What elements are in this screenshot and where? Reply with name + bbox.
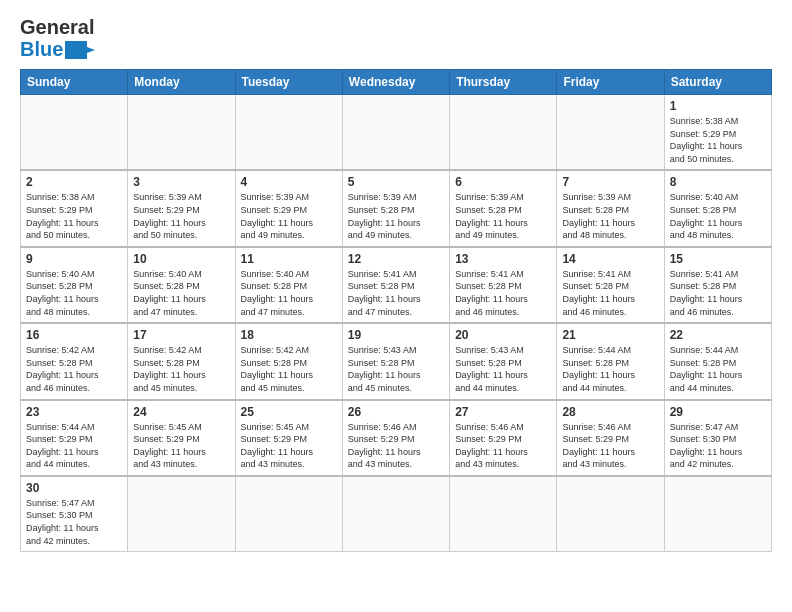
day-info: Sunrise: 5:40 AM Sunset: 5:28 PM Dayligh…: [670, 191, 766, 241]
calendar-day-cell: 8Sunrise: 5:40 AM Sunset: 5:28 PM Daylig…: [664, 170, 771, 246]
day-number: 28: [562, 405, 658, 419]
calendar-day-cell: 16Sunrise: 5:42 AM Sunset: 5:28 PM Dayli…: [21, 323, 128, 399]
calendar-day-cell: [342, 476, 449, 552]
day-info: Sunrise: 5:39 AM Sunset: 5:28 PM Dayligh…: [562, 191, 658, 241]
day-number: 18: [241, 328, 337, 342]
calendar-day-cell: 21Sunrise: 5:44 AM Sunset: 5:28 PM Dayli…: [557, 323, 664, 399]
calendar-day-cell: 17Sunrise: 5:42 AM Sunset: 5:28 PM Dayli…: [128, 323, 235, 399]
calendar-day-cell: 5Sunrise: 5:39 AM Sunset: 5:28 PM Daylig…: [342, 170, 449, 246]
calendar-day-cell: 4Sunrise: 5:39 AM Sunset: 5:29 PM Daylig…: [235, 170, 342, 246]
calendar-day-cell: 30Sunrise: 5:47 AM Sunset: 5:30 PM Dayli…: [21, 476, 128, 552]
calendar-day-cell: 10Sunrise: 5:40 AM Sunset: 5:28 PM Dayli…: [128, 247, 235, 323]
calendar-day-cell: 3Sunrise: 5:39 AM Sunset: 5:29 PM Daylig…: [128, 170, 235, 246]
weekday-header-sunday: Sunday: [21, 70, 128, 95]
day-number: 24: [133, 405, 229, 419]
day-number: 16: [26, 328, 122, 342]
day-info: Sunrise: 5:45 AM Sunset: 5:29 PM Dayligh…: [241, 421, 337, 471]
calendar-day-cell: 29Sunrise: 5:47 AM Sunset: 5:30 PM Dayli…: [664, 400, 771, 476]
day-info: Sunrise: 5:44 AM Sunset: 5:28 PM Dayligh…: [670, 344, 766, 394]
weekday-header-thursday: Thursday: [450, 70, 557, 95]
day-number: 5: [348, 175, 444, 189]
day-info: Sunrise: 5:41 AM Sunset: 5:28 PM Dayligh…: [455, 268, 551, 318]
day-number: 3: [133, 175, 229, 189]
calendar-week-row: 2Sunrise: 5:38 AM Sunset: 5:29 PM Daylig…: [21, 170, 772, 246]
day-number: 6: [455, 175, 551, 189]
day-info: Sunrise: 5:40 AM Sunset: 5:28 PM Dayligh…: [26, 268, 122, 318]
calendar-week-row: 30Sunrise: 5:47 AM Sunset: 5:30 PM Dayli…: [21, 476, 772, 552]
calendar-day-cell: [235, 95, 342, 171]
calendar-day-cell: 2Sunrise: 5:38 AM Sunset: 5:29 PM Daylig…: [21, 170, 128, 246]
day-number: 20: [455, 328, 551, 342]
day-info: Sunrise: 5:39 AM Sunset: 5:29 PM Dayligh…: [241, 191, 337, 241]
day-info: Sunrise: 5:44 AM Sunset: 5:29 PM Dayligh…: [26, 421, 122, 471]
day-number: 25: [241, 405, 337, 419]
day-info: Sunrise: 5:41 AM Sunset: 5:28 PM Dayligh…: [348, 268, 444, 318]
calendar-day-cell: 18Sunrise: 5:42 AM Sunset: 5:28 PM Dayli…: [235, 323, 342, 399]
day-info: Sunrise: 5:44 AM Sunset: 5:28 PM Dayligh…: [562, 344, 658, 394]
calendar-week-row: 23Sunrise: 5:44 AM Sunset: 5:29 PM Dayli…: [21, 400, 772, 476]
day-number: 1: [670, 99, 766, 113]
day-number: 11: [241, 252, 337, 266]
day-info: Sunrise: 5:39 AM Sunset: 5:29 PM Dayligh…: [133, 191, 229, 241]
day-info: Sunrise: 5:38 AM Sunset: 5:29 PM Dayligh…: [26, 191, 122, 241]
calendar-day-cell: 13Sunrise: 5:41 AM Sunset: 5:28 PM Dayli…: [450, 247, 557, 323]
day-info: Sunrise: 5:39 AM Sunset: 5:28 PM Dayligh…: [455, 191, 551, 241]
weekday-header-row: SundayMondayTuesdayWednesdayThursdayFrid…: [21, 70, 772, 95]
day-number: 12: [348, 252, 444, 266]
calendar-day-cell: 25Sunrise: 5:45 AM Sunset: 5:29 PM Dayli…: [235, 400, 342, 476]
day-info: Sunrise: 5:46 AM Sunset: 5:29 PM Dayligh…: [562, 421, 658, 471]
calendar-day-cell: 15Sunrise: 5:41 AM Sunset: 5:28 PM Dayli…: [664, 247, 771, 323]
calendar-day-cell: 22Sunrise: 5:44 AM Sunset: 5:28 PM Dayli…: [664, 323, 771, 399]
calendar-day-cell: 20Sunrise: 5:43 AM Sunset: 5:28 PM Dayli…: [450, 323, 557, 399]
day-number: 10: [133, 252, 229, 266]
logo-triangle-icon: [65, 39, 95, 61]
logo-blue-text: Blue: [20, 38, 63, 61]
calendar-day-cell: [557, 95, 664, 171]
calendar-week-row: 1Sunrise: 5:38 AM Sunset: 5:29 PM Daylig…: [21, 95, 772, 171]
weekday-header-friday: Friday: [557, 70, 664, 95]
calendar-day-cell: [342, 95, 449, 171]
day-info: Sunrise: 5:41 AM Sunset: 5:28 PM Dayligh…: [562, 268, 658, 318]
day-info: Sunrise: 5:42 AM Sunset: 5:28 PM Dayligh…: [26, 344, 122, 394]
calendar-day-cell: 23Sunrise: 5:44 AM Sunset: 5:29 PM Dayli…: [21, 400, 128, 476]
day-number: 21: [562, 328, 658, 342]
day-number: 29: [670, 405, 766, 419]
calendar-week-row: 16Sunrise: 5:42 AM Sunset: 5:28 PM Dayli…: [21, 323, 772, 399]
calendar-day-cell: [128, 476, 235, 552]
day-number: 30: [26, 481, 122, 495]
page-header: General Blue: [20, 16, 772, 61]
calendar-day-cell: [450, 95, 557, 171]
day-number: 2: [26, 175, 122, 189]
calendar-day-cell: [128, 95, 235, 171]
day-info: Sunrise: 5:41 AM Sunset: 5:28 PM Dayligh…: [670, 268, 766, 318]
day-info: Sunrise: 5:43 AM Sunset: 5:28 PM Dayligh…: [455, 344, 551, 394]
day-number: 8: [670, 175, 766, 189]
day-number: 27: [455, 405, 551, 419]
calendar-day-cell: 19Sunrise: 5:43 AM Sunset: 5:28 PM Dayli…: [342, 323, 449, 399]
calendar-week-row: 9Sunrise: 5:40 AM Sunset: 5:28 PM Daylig…: [21, 247, 772, 323]
calendar-day-cell: 24Sunrise: 5:45 AM Sunset: 5:29 PM Dayli…: [128, 400, 235, 476]
calendar-table: SundayMondayTuesdayWednesdayThursdayFrid…: [20, 69, 772, 552]
svg-marker-0: [65, 41, 95, 59]
day-info: Sunrise: 5:42 AM Sunset: 5:28 PM Dayligh…: [133, 344, 229, 394]
calendar-day-cell: 28Sunrise: 5:46 AM Sunset: 5:29 PM Dayli…: [557, 400, 664, 476]
calendar-day-cell: 1Sunrise: 5:38 AM Sunset: 5:29 PM Daylig…: [664, 95, 771, 171]
day-info: Sunrise: 5:47 AM Sunset: 5:30 PM Dayligh…: [670, 421, 766, 471]
day-number: 9: [26, 252, 122, 266]
calendar-day-cell: 27Sunrise: 5:46 AM Sunset: 5:29 PM Dayli…: [450, 400, 557, 476]
day-number: 22: [670, 328, 766, 342]
calendar-day-cell: [450, 476, 557, 552]
logo-general-text: General: [20, 16, 94, 38]
day-info: Sunrise: 5:46 AM Sunset: 5:29 PM Dayligh…: [348, 421, 444, 471]
day-info: Sunrise: 5:38 AM Sunset: 5:29 PM Dayligh…: [670, 115, 766, 165]
day-number: 26: [348, 405, 444, 419]
day-number: 4: [241, 175, 337, 189]
day-info: Sunrise: 5:43 AM Sunset: 5:28 PM Dayligh…: [348, 344, 444, 394]
day-number: 19: [348, 328, 444, 342]
day-info: Sunrise: 5:45 AM Sunset: 5:29 PM Dayligh…: [133, 421, 229, 471]
weekday-header-tuesday: Tuesday: [235, 70, 342, 95]
logo: General Blue: [20, 16, 95, 61]
day-number: 23: [26, 405, 122, 419]
calendar-day-cell: [664, 476, 771, 552]
day-number: 7: [562, 175, 658, 189]
